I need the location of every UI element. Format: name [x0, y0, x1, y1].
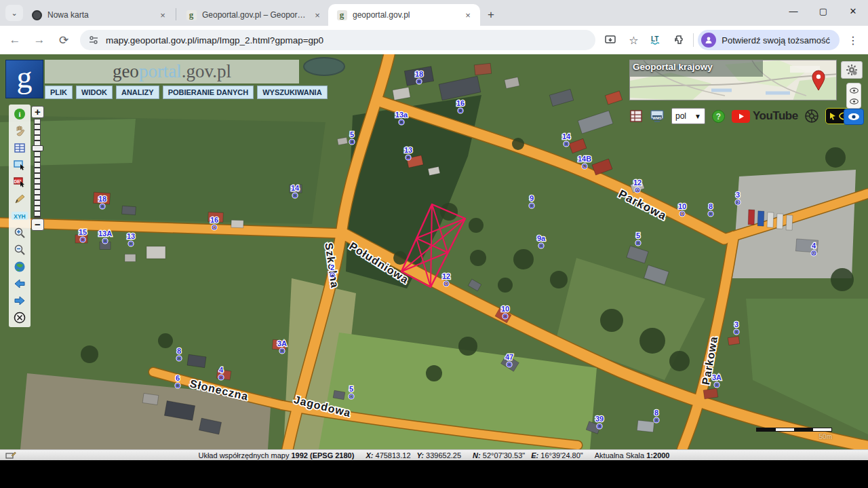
youtube-link[interactable]: YouTube — [732, 109, 798, 123]
house-number: 14B — [578, 155, 591, 163]
menu-wyszukiwania[interactable]: WYSZUKIWANIA — [257, 86, 327, 99]
tab-title: Nowa karta — [47, 10, 152, 20]
tab-geoportal-active[interactable]: g geoportal.gov.pl × — [328, 4, 480, 26]
languagetool-extension-icon[interactable]: LT — [647, 31, 666, 50]
layer-visibility-stack — [846, 83, 861, 109]
scale-bar-label: 50m — [756, 433, 832, 440]
xyh-coordinates-icon[interactable]: XYH — [12, 208, 28, 223]
extensions-puzzle-icon[interactable] — [670, 31, 689, 50]
house-number: 4 — [219, 366, 224, 374]
building — [337, 137, 347, 145]
attribute-table-icon[interactable] — [12, 140, 28, 155]
address-point-dot — [130, 243, 132, 244]
house-number: 8 — [177, 347, 181, 355]
building — [333, 390, 345, 400]
address-point-dot — [446, 283, 447, 284]
y-label: Y: — [417, 451, 424, 459]
site-settings-icon[interactable] — [88, 35, 99, 45]
url-text[interactable]: mapy.geoportal.gov.pl/imap/Imgp_2.html?g… — [106, 35, 323, 45]
profile-avatar — [701, 33, 716, 48]
zoom-out-tool-icon[interactable] — [12, 242, 28, 257]
house-number: 12 — [633, 179, 642, 187]
svg-text:LT: LT — [651, 35, 658, 43]
address-point-dot — [214, 227, 215, 228]
tree — [426, 365, 442, 381]
chrome-menu-icon[interactable]: ⋮ — [844, 31, 863, 50]
zoom-track[interactable] — [34, 119, 41, 218]
house-number: 9a — [537, 234, 546, 242]
new-tab-favicon — [31, 10, 42, 20]
address-point-dot — [104, 240, 106, 242]
menu-pobieranie-danych[interactable]: POBIERANIE DANYCH — [163, 86, 254, 99]
building — [122, 206, 136, 214]
accessibility-wheel-icon[interactable] — [804, 109, 819, 124]
help-icon[interactable]: ? — [711, 109, 726, 124]
info-tool-icon[interactable]: i — [12, 107, 28, 121]
maximize-button[interactable]: ▢ — [808, 0, 838, 22]
house-number: 47 — [505, 353, 513, 361]
new-tab-button[interactable]: + — [483, 7, 499, 23]
reload-icon[interactable]: ⟳ — [54, 31, 73, 50]
x-label: X: — [366, 451, 373, 459]
identity-confirm-button[interactable]: Potwierdź swoją tożsamość — [698, 30, 840, 50]
address-point-dot — [736, 331, 737, 333]
clear-selection-icon[interactable]: DEL — [12, 174, 28, 189]
minimize-button[interactable]: — — [778, 0, 808, 22]
layer-eye-toggle-1[interactable] — [848, 86, 859, 94]
address-point-dot — [332, 274, 333, 276]
house-number: 16 — [210, 216, 218, 224]
next-view-icon[interactable] — [12, 293, 28, 308]
tree — [498, 278, 513, 293]
layers-visibility-button[interactable] — [844, 109, 864, 125]
zoom-handle[interactable] — [32, 145, 43, 151]
window-controls: — ▢ ✕ — [778, 0, 868, 22]
pan-hand-icon[interactable] — [12, 124, 28, 138]
address-point-dot — [178, 358, 180, 359]
address-bar[interactable]: mapy.geoportal.gov.pl/imap/Imgp_2.html?g… — [80, 30, 595, 50]
tree — [600, 309, 623, 332]
tab-geoportal-info[interactable]: g Geoportal.gov.pl – Geoportal In × — [178, 4, 330, 26]
draw-pencil-icon[interactable] — [12, 191, 28, 206]
forward-icon[interactable]: → — [30, 31, 49, 50]
tree — [639, 328, 665, 354]
x-value: 475813.12 — [376, 451, 411, 459]
building — [146, 246, 165, 259]
menu-plik[interactable]: PLIK — [45, 86, 73, 99]
map-control-row: WMS pol ▼ ? YouTube — [629, 106, 855, 126]
tab-close-icon[interactable]: × — [157, 10, 168, 20]
tab-nowa-karta[interactable]: Nowa karta × — [23, 4, 175, 26]
zoom-out-button[interactable]: − — [31, 219, 44, 231]
svg-text:WMS: WMS — [652, 116, 662, 120]
geoportal-title: geoportal.gov.pl — [45, 60, 299, 83]
settings-gear-button[interactable] — [841, 61, 863, 79]
select-area-icon[interactable] — [12, 157, 28, 172]
layer-eye-toggle-2[interactable] — [848, 97, 859, 105]
zoom-in-tool-icon[interactable] — [12, 225, 28, 240]
tab-search-button[interactable]: ⌄ — [5, 5, 23, 21]
geoportal-logo[interactable]: g — [5, 60, 43, 98]
address-point-dot — [509, 364, 510, 365]
back-icon[interactable]: ← — [5, 31, 24, 50]
overview-minimap[interactable]: Geoportal krajowy — [629, 60, 837, 100]
menu-analizy[interactable]: ANALIZY — [116, 86, 159, 99]
building — [231, 220, 243, 228]
close-tools-icon[interactable] — [12, 310, 28, 325]
install-app-icon[interactable] — [601, 31, 620, 50]
close-button[interactable]: ✕ — [838, 0, 868, 22]
tab-close-icon[interactable]: × — [312, 10, 323, 20]
menu-widok[interactable]: WIDOK — [76, 86, 113, 99]
tab-close-icon[interactable]: × — [462, 10, 473, 20]
house-number: 13 — [127, 232, 135, 240]
language-select[interactable]: pol ▼ — [671, 108, 705, 124]
house-number: 12 — [442, 272, 450, 280]
legend-icon[interactable] — [629, 109, 643, 123]
tree — [669, 351, 690, 371]
address-point-dot — [281, 350, 283, 352]
svg-text:?: ? — [716, 112, 721, 121]
zoom-in-button[interactable]: + — [31, 106, 44, 118]
wms-icon[interactable]: WMS — [649, 109, 665, 124]
bookmark-star-icon[interactable]: ☆ — [624, 31, 643, 50]
full-extent-globe-icon[interactable] — [12, 259, 28, 274]
house-number: 8 — [654, 409, 658, 417]
previous-view-icon[interactable] — [12, 276, 28, 291]
